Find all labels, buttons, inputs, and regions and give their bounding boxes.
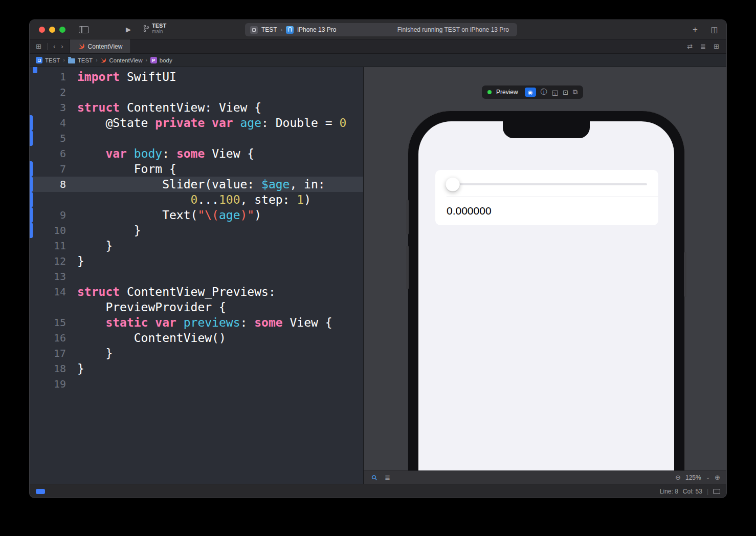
change-bar: [30, 177, 33, 192]
library-add-button[interactable]: +: [693, 25, 698, 35]
branch-name: main: [152, 29, 166, 34]
code-row[interactable]: 3struct ContentView: View {: [30, 100, 363, 115]
canvas-options-icon[interactable]: ≣: [385, 474, 390, 481]
forward-button[interactable]: ›: [61, 42, 63, 50]
line-number[interactable]: 13: [30, 269, 66, 284]
pin-preview-icon[interactable]: ⚲: [370, 473, 380, 482]
line-number[interactable]: 12: [30, 253, 66, 269]
related-items-icon[interactable]: ⊞: [36, 42, 41, 50]
iphone-preview[interactable]: 0.000000: [408, 111, 685, 484]
zoom-out-icon[interactable]: ⊖: [675, 474, 681, 481]
code-row[interactable]: 5: [30, 131, 363, 146]
code-row[interactable]: 10 }: [30, 223, 363, 238]
code-line: }: [77, 346, 113, 361]
duplicate-preview-icon[interactable]: ⧉: [573, 88, 577, 96]
line-number[interactable]: 11: [30, 238, 66, 253]
line-number[interactable]: 6: [30, 146, 66, 161]
line-number[interactable]: [30, 192, 66, 207]
zoom-level[interactable]: 125%: [685, 474, 701, 481]
change-bar: [30, 131, 33, 146]
tab-bar: ⊞ ‹ › ContentView ⇄ ≣ ⊞: [30, 39, 726, 54]
breadcrumb-file[interactable]: ContentView: [100, 57, 142, 63]
line-number[interactable]: 16: [30, 330, 66, 346]
line-number[interactable]: 1: [30, 69, 66, 84]
target-icon[interactable]: [250, 26, 258, 34]
editor-layout-button[interactable]: ◫: [711, 25, 718, 34]
target-name[interactable]: TEST: [261, 26, 277, 33]
breakpoint-indicator[interactable]: [36, 489, 45, 494]
close-button[interactable]: [39, 27, 45, 33]
line-number[interactable]: 5: [30, 131, 66, 146]
inspect-preview-icon[interactable]: ⓘ: [541, 88, 547, 97]
code-row[interactable]: 11 }: [30, 238, 363, 253]
simulator-icon[interactable]: [286, 26, 294, 34]
code-row[interactable]: 19: [30, 376, 363, 392]
titlebar: ▶ TEST main TEST › iPhone 13 Pro Finishe…: [30, 20, 726, 39]
code-line: Form {: [77, 161, 176, 177]
code-row[interactable]: 1import SwiftUI: [30, 69, 363, 84]
code-row[interactable]: 18}: [30, 361, 363, 376]
destination-name[interactable]: iPhone 13 Pro: [297, 26, 336, 33]
line-number[interactable]: 14: [30, 284, 66, 299]
line-number[interactable]: 8: [30, 177, 66, 192]
code-row[interactable]: 0...100, step: 1): [30, 192, 363, 207]
code-row[interactable]: 16 ContentView(): [30, 330, 363, 346]
line-number[interactable]: 2: [30, 84, 66, 100]
breadcrumb-label: TEST: [45, 57, 60, 63]
code-rows: 1import SwiftUI23struct ContentView: Vie…: [30, 69, 363, 392]
code-row[interactable]: PreviewProvider {: [30, 299, 363, 315]
form-card: 0.000000: [435, 170, 658, 225]
line-number[interactable]: 19: [30, 376, 66, 392]
back-button[interactable]: ‹: [53, 42, 55, 50]
code-row[interactable]: 6 var body: some View {: [30, 146, 363, 161]
slider-thumb[interactable]: [446, 177, 460, 191]
minimize-button[interactable]: [49, 27, 55, 33]
line-number[interactable]: 7: [30, 161, 66, 177]
code-row[interactable]: 14struct ContentView_Previews:: [30, 284, 363, 299]
orientation-variants-icon[interactable]: ◱: [552, 89, 558, 96]
zoom-button[interactable]: [59, 27, 65, 33]
tab-contentview[interactable]: ContentView: [70, 39, 131, 53]
line-number[interactable]: 18: [30, 361, 66, 376]
breadcrumb-group[interactable]: TEST: [68, 57, 93, 63]
breadcrumb-symbol[interactable]: P body: [150, 57, 172, 63]
code-row[interactable]: 15 static var previews: some View {: [30, 315, 363, 330]
code-line: ContentView(): [77, 330, 226, 346]
line-number[interactable]: [30, 299, 66, 315]
cursor-line: Line: 8: [660, 488, 678, 495]
code-line: }: [77, 223, 141, 238]
code-row[interactable]: 13: [30, 269, 363, 284]
code-row[interactable]: 17 }: [30, 346, 363, 361]
change-bar: [30, 330, 33, 346]
code-row[interactable]: 12}: [30, 253, 363, 269]
display-icon[interactable]: [713, 489, 720, 494]
source-editor[interactable]: 1import SwiftUI23struct ContentView: Vie…: [30, 67, 363, 484]
line-number[interactable]: 17: [30, 346, 66, 361]
code-row[interactable]: 4 @State private var age: Double = 0: [30, 115, 363, 131]
preview-canvas: Preview ◉ ⓘ ◱ ⊡ ⧉: [363, 67, 726, 484]
code-row[interactable]: 2: [30, 84, 363, 100]
line-number[interactable]: 9: [30, 207, 66, 223]
code-row[interactable]: 9 Text("\(age)"): [30, 207, 363, 223]
editor-options-icon[interactable]: ≣: [700, 42, 706, 50]
line-number[interactable]: 4: [30, 115, 66, 131]
slider-track[interactable]: [447, 183, 647, 185]
iphone-screen[interactable]: 0.000000: [418, 121, 674, 484]
line-number[interactable]: 10: [30, 223, 66, 238]
device-settings-icon[interactable]: ⊡: [563, 89, 568, 96]
code-line: }: [77, 361, 84, 376]
breadcrumb-project[interactable]: TEST: [36, 57, 60, 63]
live-preview-button[interactable]: ◉: [525, 88, 536, 97]
line-number[interactable]: 15: [30, 315, 66, 330]
run-button[interactable]: ▶: [126, 26, 131, 33]
zoom-in-icon[interactable]: ⊕: [715, 474, 720, 481]
navigator-toggle-icon[interactable]: [79, 26, 89, 33]
add-editor-icon[interactable]: ⊞: [714, 42, 719, 50]
code-review-icon[interactable]: ⇄: [687, 42, 693, 50]
line-number[interactable]: 3: [30, 100, 66, 115]
branch-icon: [143, 25, 149, 32]
code-row[interactable]: 7 Form {: [30, 161, 363, 177]
code-row[interactable]: 8 Slider(value: $age, in:: [30, 177, 363, 192]
change-bar: [30, 284, 33, 299]
scheme-branch[interactable]: TEST main: [143, 23, 166, 34]
